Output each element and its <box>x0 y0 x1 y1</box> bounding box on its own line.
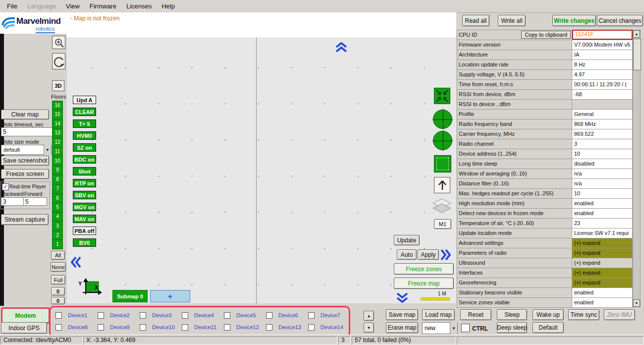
device-checkbox-device9[interactable] <box>98 324 104 331</box>
zoom-zero-button-b[interactable]: 0 <box>51 297 65 304</box>
indoor-gps-mode-button[interactable]: Indoor GPS <box>1 322 47 334</box>
write-all-button[interactable]: Write all <box>498 15 526 26</box>
dots-size-select[interactable]: default ▼ <box>1 145 52 155</box>
device-checkbox-device3[interactable] <box>140 312 146 319</box>
device-checkbox-device7[interactable] <box>308 312 315 319</box>
wake-up-button[interactable]: Wake up <box>533 309 564 320</box>
stream-capture-button[interactable]: Stream capture <box>1 214 49 225</box>
save-map-button[interactable]: Save map <box>386 309 418 320</box>
reset-button[interactable]: Reset <box>460 309 491 320</box>
floor-8[interactable]: 8 <box>52 175 63 184</box>
deep-sleep-button[interactable]: Deep sleep <box>497 322 527 333</box>
rotate-tool-button[interactable] <box>52 53 65 69</box>
auto-button[interactable]: Auto <box>397 249 417 260</box>
cancel-changes-button[interactable]: Cancel changes <box>597 15 643 26</box>
zero-imu-button[interactable]: Zero IMU <box>604 309 635 320</box>
cmd-clear-button[interactable]: CLEAR <box>73 108 96 116</box>
floor-1[interactable]: 1 <box>52 240 63 249</box>
menu-item-help[interactable]: Help <box>157 0 180 12</box>
freeze-screen-button[interactable]: Freeze screen <box>1 169 49 179</box>
floor-7[interactable]: 7 <box>52 184 63 194</box>
device-scroll-up-button[interactable]: ▲ <box>364 311 374 321</box>
param-value[interactable]: 10 <box>572 149 633 159</box>
arrow-up-tool-button[interactable] <box>434 177 450 193</box>
param-value[interactable]: (+) expand <box>572 268 633 278</box>
param-value[interactable]: (+) expand <box>572 248 633 258</box>
cmd-mgv-on-button[interactable]: MGV on <box>73 203 96 211</box>
floor-6[interactable]: 6 <box>52 194 63 203</box>
device-checkbox-device13[interactable] <box>266 324 272 331</box>
zoom-zero-button-a[interactable]: 0 <box>51 287 65 295</box>
floor-11[interactable]: 11 <box>52 147 63 157</box>
param-value[interactable]: License SW v7.1 requi <box>572 228 633 238</box>
param-value[interactable]: -68 <box>572 89 633 99</box>
m1-button[interactable]: M1 <box>434 219 451 229</box>
param-value[interactable]: 868 MHz <box>572 119 633 129</box>
param-value[interactable]: 10 <box>572 188 633 198</box>
floors-full-button[interactable]: Full <box>51 275 65 285</box>
scrollbar-up-button[interactable]: ▲ <box>633 30 640 38</box>
update-button[interactable]: Update <box>394 235 420 245</box>
scrollbar-thumb[interactable] <box>633 39 641 70</box>
beacon-circle-icon-b[interactable] <box>433 131 452 150</box>
cmd-sbv-on-button[interactable]: SBV on <box>73 191 96 199</box>
parameter-table-scrollbar[interactable]: ▲ ▼ <box>633 30 641 307</box>
dotted-zone-icon[interactable] <box>434 155 451 172</box>
floors-all-button[interactable]: All <box>51 251 65 260</box>
pan-up-icon[interactable] <box>335 42 348 53</box>
cmd-bdc-on-button[interactable]: BDC on <box>73 155 96 164</box>
param-value[interactable]: (+) expand <box>572 278 633 288</box>
device-checkbox-device10[interactable] <box>140 324 146 331</box>
collect-view-icon[interactable] <box>434 88 450 104</box>
device-checkbox-device12[interactable] <box>224 324 230 331</box>
add-submap-tab[interactable]: + <box>150 290 190 302</box>
floor-12[interactable]: 12 <box>52 138 63 147</box>
param-value[interactable]: enabled <box>572 288 633 297</box>
cmd-sz-on-button[interactable]: SZ on <box>73 143 96 152</box>
param-value[interactable]: (+) expand <box>572 238 633 248</box>
param-value[interactable]: 15241F <box>572 30 633 40</box>
cmd-shot-button[interactable]: Shot <box>73 167 96 175</box>
freeze-map-button[interactable]: Freeze map <box>394 278 454 289</box>
param-value[interactable]: enabled <box>572 198 633 208</box>
tab-submap-0[interactable]: Submap 0 <box>112 290 148 302</box>
pan-left-icon[interactable] <box>71 256 82 269</box>
param-value[interactable] <box>572 99 633 109</box>
device-checkbox-device11[interactable] <box>182 324 188 331</box>
cmd-rtp-on-button[interactable]: RTP on <box>73 179 96 187</box>
cmd-pba-off-button[interactable]: PBA off <box>73 227 96 235</box>
floor-2[interactable]: 2 <box>52 231 63 240</box>
floors-none-button[interactable]: None <box>51 262 66 272</box>
clear-map-button[interactable]: Clear map <box>1 110 49 119</box>
floor-14[interactable]: 14 <box>52 119 63 129</box>
cmd-mav-on-button[interactable]: MAV on <box>73 215 96 223</box>
floor-10[interactable]: 10 <box>52 157 63 166</box>
menu-item-licenses[interactable]: Licenses <box>121 0 157 12</box>
layers-icon[interactable] <box>431 197 452 216</box>
device-checkbox-device1[interactable] <box>55 312 62 319</box>
param-value[interactable]: (+) expand <box>572 258 633 268</box>
param-value[interactable]: General <box>572 109 633 119</box>
param-value[interactable]: V7.000i Modem HW v5 <box>572 40 633 50</box>
cmd-t-5-button[interactable]: T= 5 <box>73 119 96 128</box>
copy-to-clipboard-button[interactable]: Copy to clipboard <box>521 31 571 39</box>
device-checkbox-device2[interactable] <box>98 312 104 319</box>
sleep-button[interactable]: Sleep <box>497 309 527 320</box>
param-value[interactable]: n/a <box>572 169 633 178</box>
param-value[interactable]: 23 <box>572 218 633 228</box>
realtime-player-checkbox[interactable]: ✓ <box>2 183 9 190</box>
param-value[interactable]: IA <box>572 50 633 59</box>
map-slot-select[interactable]: new ▼ <box>422 322 458 334</box>
axis-orientation-icon[interactable]: Y X <box>77 278 103 298</box>
floor-15[interactable]: 15 <box>52 110 63 119</box>
cmd-upd-a-button[interactable]: Upd A <box>73 96 96 104</box>
device-checkbox-device4[interactable] <box>182 312 188 319</box>
floor-13[interactable]: 13 <box>52 128 63 138</box>
cmd-hvm0-button[interactable]: HVM0 <box>73 131 96 140</box>
pan-right-icon[interactable] <box>440 248 451 261</box>
backward-input[interactable]: 3 <box>1 197 25 206</box>
param-value[interactable]: 4.97 <box>572 69 633 79</box>
cmd-bv0-button[interactable]: BV0 <box>73 238 96 247</box>
default-button[interactable]: Default <box>533 322 564 333</box>
device-checkbox-device5[interactable] <box>224 312 230 319</box>
